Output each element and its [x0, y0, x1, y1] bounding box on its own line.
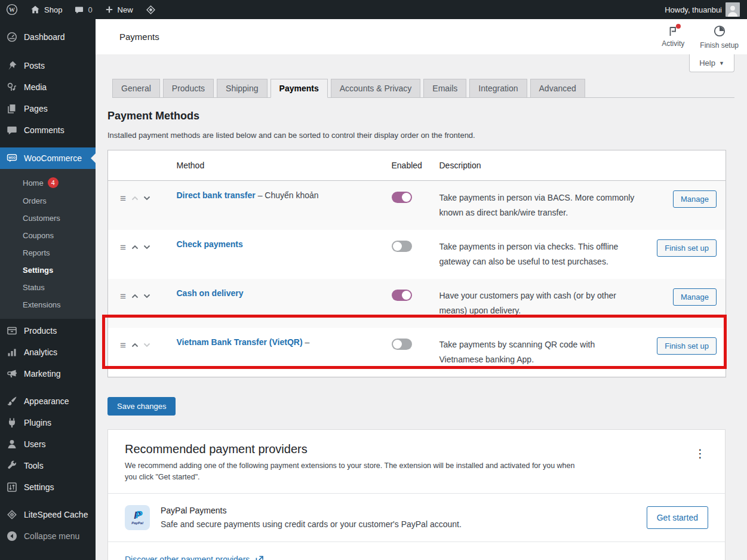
method-suffix: – Chuyển khoản [258, 190, 319, 200]
svg-text:W: W [9, 7, 15, 13]
method-link[interactable]: Cash on delivery [177, 288, 244, 298]
manage-button[interactable]: Manage [673, 288, 717, 306]
sidebar-item-comments[interactable]: Comments [0, 119, 96, 141]
wrench-icon [6, 460, 18, 472]
move-up-icon[interactable] [131, 244, 139, 251]
new-content-menu[interactable]: New [99, 0, 139, 19]
comments-count: 0 [88, 5, 92, 14]
activity-button[interactable]: Activity [662, 24, 684, 50]
paintbrush-icon [6, 395, 18, 407]
submenu-item-orders[interactable]: Orders [0, 192, 96, 210]
help-dropdown[interactable]: Help ▼ [689, 54, 734, 72]
method-description: Take payments in person via checks. This… [439, 242, 619, 266]
submenu-item-home[interactable]: Home 4 [0, 173, 96, 192]
setup-progress-icon [713, 24, 726, 39]
submenu-label-status: Status [23, 283, 45, 292]
tab-accounts-privacy[interactable]: Accounts & Privacy [331, 79, 421, 98]
submenu-item-customers[interactable]: Customers [0, 210, 96, 227]
home-count-badge: 4 [48, 177, 59, 188]
submenu-item-extensions[interactable]: Extensions [0, 296, 96, 313]
tab-shipping[interactable]: Shipping [217, 79, 268, 98]
submenu-item-reports[interactable]: Reports [0, 244, 96, 261]
home-icon [30, 4, 41, 15]
move-down-icon[interactable] [143, 195, 151, 202]
sidebar-label-appearance: Appearance [24, 396, 69, 406]
finish-set-up-button[interactable]: Finish set up [657, 239, 717, 257]
move-up-icon[interactable] [131, 341, 139, 349]
get-started-button[interactable]: Get started [647, 506, 708, 529]
move-up-icon[interactable] [131, 293, 139, 300]
sidebar-item-posts[interactable]: Posts [0, 55, 96, 76]
collapse-menu-button[interactable]: Collapse menu [0, 525, 96, 547]
tab-products[interactable]: Products [163, 79, 214, 98]
tab-general[interactable]: General [112, 79, 160, 98]
manage-button[interactable]: Manage [673, 190, 717, 208]
sidebar-label-posts: Posts [24, 61, 45, 70]
site-name-menu[interactable]: Shop [24, 0, 68, 19]
main-content: Payments Activity Finish setup Help ▼ Ge… [96, 19, 747, 560]
sidebar-item-appearance[interactable]: Appearance [0, 390, 96, 412]
sidebar-item-marketing[interactable]: Marketing [0, 363, 96, 384]
avatar [726, 2, 740, 17]
sidebar-item-dashboard[interactable]: Dashboard [0, 26, 96, 48]
tab-payments[interactable]: Payments [270, 79, 328, 98]
sidebar-item-users[interactable]: Users [0, 433, 96, 455]
finish-setup-button[interactable]: Finish setup [700, 24, 739, 50]
submenu-label-extensions: Extensions [23, 300, 61, 309]
howdy-label: Howdy, thuanbui [665, 5, 722, 14]
method-link[interactable]: Check payments [177, 239, 243, 249]
sidebar-item-woocommerce[interactable]: WOO WooCommerce [0, 147, 96, 169]
move-down-icon[interactable] [143, 293, 151, 300]
provider-name: PayPal Payments [161, 506, 462, 515]
drag-handle-icon[interactable]: ≡ [120, 193, 126, 204]
admin-bar: W Shop 0 New Howdy, thuanbui [0, 0, 747, 19]
sidebar-item-plugins[interactable]: Plugins [0, 412, 96, 433]
save-changes-button[interactable]: Save changes [107, 397, 176, 416]
settings-tabs: General Products Shipping Payments Accou… [112, 79, 734, 98]
enabled-toggle[interactable] [392, 192, 412, 203]
sidebar-item-media[interactable]: Media [0, 76, 96, 98]
submenu-item-status[interactable]: Status [0, 279, 96, 296]
submenu-item-settings[interactable]: Settings [0, 261, 96, 279]
provider-description: Safe and secure payments using credit ca… [161, 519, 462, 529]
move-down-icon[interactable] [143, 244, 151, 251]
method-link[interactable]: Vietnam Bank Transfer (VietQR) [177, 337, 303, 347]
drag-handle-icon[interactable]: ≡ [120, 291, 126, 302]
table-row-direct-bank-transfer: ≡ Direct bank transfer – Chuyển khoản Ta… [108, 181, 726, 230]
sidebar-item-analytics[interactable]: Analytics [0, 341, 96, 363]
tab-emails[interactable]: Emails [423, 79, 466, 98]
enabled-toggle[interactable] [392, 290, 412, 301]
new-label: New [118, 5, 133, 14]
submenu-item-coupons[interactable]: Coupons [0, 227, 96, 244]
discover-link-label: Discover other payment providers [125, 555, 250, 560]
finish-setup-label: Finish setup [700, 41, 739, 50]
sidebar-item-litespeed-cache[interactable]: LiteSpeed Cache [0, 504, 96, 525]
sidebar-item-pages[interactable]: Pages [0, 98, 96, 119]
kebab-menu-icon[interactable]: ⋮ [690, 442, 711, 484]
comments-menu[interactable]: 0 [68, 0, 98, 19]
pages-icon [6, 103, 18, 115]
payment-methods-table: Method Enabled Description ≡ Direct bank… [107, 150, 726, 377]
sidebar-item-tools[interactable]: Tools [0, 455, 96, 476]
finish-set-up-button[interactable]: Finish set up [657, 337, 717, 355]
enabled-toggle[interactable] [392, 339, 412, 350]
discover-providers-link[interactable]: Discover other payment providers [125, 555, 265, 560]
woocommerce-submenu: Home 4 Orders Customers Coupons Reports … [0, 169, 96, 319]
drag-handle-icon[interactable]: ≡ [120, 242, 126, 253]
account-menu[interactable]: Howdy, thuanbui [659, 0, 740, 19]
sidebar-label-dashboard: Dashboard [24, 32, 65, 42]
sidebar-item-products[interactable]: Products [0, 320, 96, 341]
tab-advanced[interactable]: Advanced [530, 79, 585, 98]
drag-handle-icon[interactable]: ≡ [120, 340, 126, 351]
tab-integration[interactable]: Integration [469, 79, 527, 98]
submenu-label-home: Home [23, 179, 44, 187]
collapse-arrow-icon [6, 530, 18, 542]
settings-sliders-icon [6, 481, 18, 493]
site-name-label: Shop [44, 5, 62, 14]
litespeed-adminbar-menu[interactable] [139, 0, 162, 19]
enabled-toggle[interactable] [392, 241, 412, 252]
wordpress-logo-menu[interactable]: W [0, 0, 24, 19]
provider-row-paypal: PP PayPal PayPal Payments Safe and secur… [108, 494, 725, 541]
sidebar-item-settings[interactable]: Settings [0, 476, 96, 498]
method-link[interactable]: Direct bank transfer [177, 190, 256, 200]
